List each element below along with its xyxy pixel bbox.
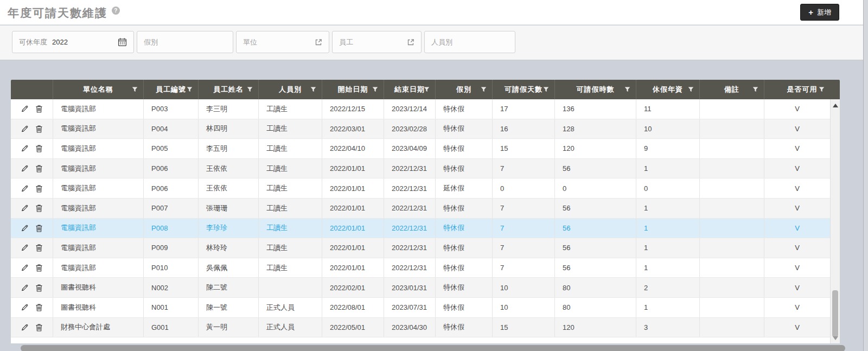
cell: 1 [636,238,699,258]
column-header[interactable]: 單位名稱 [53,80,143,99]
calendar-icon[interactable] [118,37,127,47]
column-header[interactable]: 可請假天數 [492,80,554,99]
person-type-field[interactable]: 人員別 [424,31,515,53]
table-row[interactable]: 電腦資訊部P005李五明工讀生2022/04/102023/04/09特休假15… [11,139,830,159]
window-scrollbar[interactable] [863,0,868,351]
cell: 李珍珍 [198,219,258,238]
edit-icon[interactable] [21,125,29,133]
cell: 2022/05/01 [322,318,384,337]
column-header[interactable]: 假別 [435,80,492,99]
delete-icon[interactable] [35,303,43,311]
edit-icon[interactable] [21,105,29,113]
table-row[interactable]: 電腦資訊部P003李三明工讀生2022/12/152023/12/14特休假17… [11,99,830,119]
cell: 王依依 [198,159,258,178]
column-header[interactable]: 可請假時數 [554,80,636,99]
edit-icon[interactable] [21,303,29,311]
edit-icon[interactable] [21,144,29,152]
column-header[interactable]: 開始日期 [322,80,384,99]
cell: V [764,178,830,198]
cell: V [764,199,830,218]
row-actions [11,119,53,139]
cell: 特休假 [435,99,492,119]
cell: 電腦資訊部 [53,258,143,278]
column-header[interactable]: 員工姓名 [198,80,258,99]
row-actions [11,298,53,317]
column-header[interactable]: 結束日期 [384,80,435,99]
cell: 李三明 [198,99,258,119]
cell: 0 [636,178,699,198]
cell [699,199,764,218]
cell: P008 [143,219,198,238]
cell: 7 [492,258,554,278]
column-header-actions [11,80,53,99]
employee-field[interactable]: 員工 [332,31,422,53]
cell: P009 [143,238,198,258]
edit-icon[interactable] [21,264,29,272]
cell: P006 [143,178,198,198]
table-row-selected[interactable]: 電腦資訊部P008李珍珍工讀生2022/01/012022/12/31特休假75… [11,219,830,239]
vertical-scrollbar-thumb[interactable] [832,290,838,337]
year-field[interactable]: 可休年度 2022 [12,31,134,53]
delete-icon[interactable] [35,323,43,331]
cell: 15 [492,318,554,337]
table-row[interactable]: 電腦資訊部P009林玲玲工讀生2022/01/012022/12/31特休假75… [11,238,830,258]
column-header-label: 開始日期 [338,85,368,94]
edit-icon[interactable] [21,284,29,292]
delete-icon[interactable] [35,164,43,173]
cell [699,119,764,139]
row-actions [11,99,53,119]
help-icon[interactable]: ? [112,7,120,15]
column-header[interactable]: 備註 [699,80,764,99]
leave-type-field[interactable]: 假別 [137,31,233,53]
table-row[interactable]: 電腦資訊部P007張珊珊工讀生2022/01/012022/12/31特休假75… [11,199,830,219]
cell: 1 [636,298,699,317]
table-row[interactable]: 電腦資訊部P006王依依工讀生2022/01/012022/12/31特休假75… [11,159,830,179]
edit-icon[interactable] [21,323,29,331]
delete-icon[interactable] [35,184,43,193]
table-row[interactable]: 電腦資訊部P010吳佩佩工讀生2022/01/012022/12/31特休假75… [11,258,830,278]
popup-icon[interactable] [315,39,322,46]
edit-icon[interactable] [21,184,29,193]
cell: 2022/01/01 [322,199,384,218]
edit-icon[interactable] [21,224,29,232]
delete-icon[interactable] [35,144,43,152]
add-button[interactable]: + 新增 [800,4,839,21]
delete-icon[interactable] [35,244,43,252]
scroll-down-icon[interactable] [833,336,838,340]
delete-icon[interactable] [35,105,43,113]
cell: 吳佩佩 [198,258,258,278]
column-header[interactable]: 休假年資 [636,80,699,99]
horizontal-scrollbar-thumb[interactable] [21,345,845,351]
column-header[interactable]: 員工編號 [143,80,198,99]
cell: P010 [143,258,198,278]
cell: 7 [492,238,554,258]
column-header[interactable]: 人員別 [258,80,322,99]
cell: 工讀生 [258,219,322,238]
row-actions [11,278,53,297]
table-row[interactable]: 圖書視聽科N001陳一號正式人員2022/08/012023/07/31特休假1… [11,298,830,318]
delete-icon[interactable] [35,204,43,212]
delete-icon[interactable] [35,125,43,133]
table-row[interactable]: 電腦資訊部P004林四明工讀生2022/03/012023/02/28特休假16… [11,119,830,139]
table-row[interactable]: 財務中心會計處G001黃一明正式人員2022/05/012023/04/30特休… [11,318,830,338]
cell: 2023/12/14 [384,99,435,119]
cell: 工讀生 [258,199,322,218]
cell: 2022/12/31 [384,258,435,278]
scroll-up-icon[interactable] [833,104,838,107]
column-header[interactable]: 是否可用 [764,80,840,99]
vertical-scrollbar[interactable] [830,99,840,343]
edit-icon[interactable] [21,244,29,252]
cell: 7 [492,219,554,238]
delete-icon[interactable] [35,284,43,292]
unit-field[interactable]: 單位 [236,31,329,53]
delete-icon[interactable] [35,264,43,272]
popup-icon[interactable] [407,39,414,46]
cell: 2022/04/10 [322,139,384,158]
delete-icon[interactable] [35,224,43,232]
edit-icon[interactable] [21,204,29,212]
cell: 特休假 [435,139,492,158]
top-bar: 年度可請天數維護 ? + 新增 [0,0,868,25]
edit-icon[interactable] [21,164,29,173]
table-row[interactable]: 電腦資訊部P006王依依工讀生2022/01/012022/12/31延休假00… [11,178,830,199]
table-row[interactable]: 圖書視聽科N002陳二號2022/02/012023/01/31特休假10802… [11,278,830,298]
